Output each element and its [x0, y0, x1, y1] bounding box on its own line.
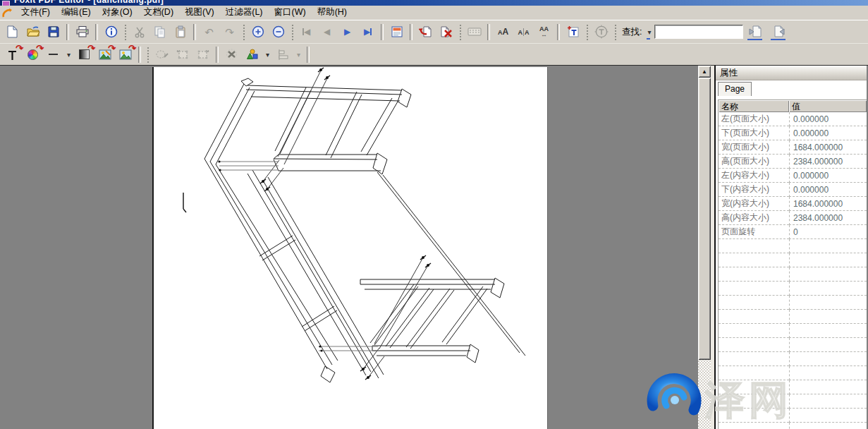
line-style-dropdown[interactable]: ▾	[63, 47, 73, 62]
add-color-object-button[interactable]: ↷	[23, 45, 42, 64]
delete-page-button[interactable]	[436, 23, 456, 41]
menu-document[interactable]: 文档(D)	[138, 5, 179, 20]
zoom-in-button[interactable]	[248, 23, 267, 41]
font-style-button[interactable]: AA	[494, 23, 513, 41]
text-object-icon	[567, 25, 580, 38]
add-text-object-button[interactable]	[563, 23, 582, 41]
delete-page-icon	[439, 25, 453, 38]
accent-bar	[771, 39, 786, 40]
property-value[interactable]: 2384.000000	[789, 211, 867, 225]
new-page-icon	[6, 25, 18, 38]
find-previous-button[interactable]	[744, 23, 766, 41]
table-row[interactable]: 高(页面大小)2384.000000	[719, 155, 867, 169]
line-style-button[interactable]	[44, 45, 63, 64]
empty-value-cell	[789, 394, 867, 409]
toolbar-grip[interactable]	[146, 46, 149, 63]
open-button[interactable]	[23, 23, 42, 41]
print-button[interactable]	[73, 23, 92, 41]
menu-file[interactable]: 文件(F)	[16, 5, 56, 20]
property-value[interactable]: 1684.000000	[789, 140, 867, 155]
last-page-button[interactable]: ▶	[358, 23, 377, 41]
text-cursor-tool-button	[592, 23, 611, 41]
font-spacing-button[interactable]: AA↔	[534, 23, 554, 41]
new-button[interactable]	[3, 23, 22, 41]
table-row[interactable]: 页面旋转0	[719, 225, 867, 239]
add-shading-button[interactable]: ↷	[75, 45, 94, 64]
table-row[interactable]: 下(内容大小)0.000000	[719, 183, 867, 197]
menu-object[interactable]: 对象(O)	[97, 5, 138, 20]
toolbar-grip[interactable]	[613, 23, 617, 40]
empty-value-cell	[789, 423, 867, 429]
save-button[interactable]	[44, 23, 63, 41]
scroll-up-button[interactable]: ▲	[698, 66, 711, 78]
table-row[interactable]: 左(内容大小)0.000000	[719, 169, 867, 183]
property-empty-row	[719, 310, 867, 324]
empty-value-cell	[789, 324, 867, 338]
next-page-button[interactable]: ▶	[338, 23, 357, 41]
toolbar-grip[interactable]	[585, 23, 589, 40]
table-row[interactable]: 宽(内容大小)1684.000000	[719, 197, 867, 211]
last-page-icon: ▶	[364, 28, 370, 36]
shapes-button[interactable]	[243, 45, 262, 64]
find-next-button[interactable]	[767, 23, 789, 41]
menu-window[interactable]: 窗口(W)	[269, 5, 312, 20]
toolbar-grip[interactable]	[291, 23, 294, 40]
table-row[interactable]: 下(页面大小)0.000000	[719, 126, 867, 140]
red-arrow-icon: ↷	[16, 44, 23, 53]
property-value[interactable]: 0.000000	[789, 112, 867, 126]
property-value[interactable]: 0	[789, 225, 867, 239]
toolbar-grip[interactable]	[458, 23, 462, 40]
info-button[interactable]	[102, 23, 121, 41]
find-history-dropdown[interactable]: ▾	[644, 24, 653, 40]
find-input[interactable]	[654, 25, 743, 39]
edit-image-button[interactable]: ↷	[95, 45, 114, 64]
font-spacing-icon: AA↔	[539, 26, 549, 38]
property-value[interactable]: 0.000000	[789, 183, 867, 197]
table-row[interactable]: 高(内容大小)2384.000000	[719, 211, 867, 225]
insert-page-icon	[419, 25, 432, 38]
property-name: 下(内容大小)	[719, 183, 789, 197]
zoom-out-icon	[272, 25, 285, 38]
toolbar-separator	[381, 24, 384, 40]
font-kerning-icon: AA	[518, 28, 530, 36]
property-value[interactable]: 0.000000	[789, 169, 867, 183]
shapes-icon	[246, 49, 259, 61]
zoom-out-button[interactable]	[269, 23, 288, 41]
red-arrow-icon: ↷	[108, 44, 116, 53]
menu-edit[interactable]: 编辑(E)	[56, 5, 97, 20]
document-menu-icon	[1, 7, 13, 18]
menu-help[interactable]: 帮助(H)	[312, 5, 353, 20]
property-value[interactable]: 2384.000000	[789, 155, 867, 169]
insert-page-button[interactable]	[416, 23, 435, 41]
toolbar-grip[interactable]	[242, 23, 245, 40]
shapes-dropdown[interactable]: ▾	[262, 47, 271, 62]
page-properties-button[interactable]	[387, 23, 406, 41]
align-icon	[278, 49, 289, 60]
tab-page[interactable]: Page	[718, 82, 752, 96]
pdf-page[interactable]	[152, 67, 548, 429]
add-image-button[interactable]: ↷	[116, 45, 135, 64]
scrollbar-thumb[interactable]	[698, 78, 711, 360]
first-page-button: ◀	[297, 23, 316, 41]
first-page-icon: ◀	[304, 28, 310, 36]
toolbar-grip[interactable]	[123, 23, 127, 40]
panel-title: 属性	[716, 66, 867, 80]
property-value[interactable]: 0.000000	[789, 126, 867, 140]
add-text-button[interactable]: ↷	[3, 45, 22, 64]
empty-value-cell	[789, 338, 867, 352]
find-label: 查找:	[622, 26, 642, 38]
column-header-name[interactable]: 名称	[719, 100, 789, 112]
column-header-value[interactable]: 值	[789, 100, 867, 112]
font-kerning-button[interactable]: AA	[514, 23, 533, 41]
document-canvas[interactable]	[0, 66, 698, 429]
toolbar-separator	[487, 24, 490, 40]
table-row[interactable]: 左(页面大小)0.000000	[719, 112, 867, 126]
font-style-icon: AA	[498, 28, 508, 36]
menu-view[interactable]: 视图(V)	[179, 5, 220, 20]
keyboard-icon	[467, 27, 482, 37]
empty-name-cell	[719, 267, 789, 282]
table-row[interactable]: 宽(页面大小)1684.000000	[719, 140, 867, 155]
property-empty-row	[719, 267, 867, 282]
property-value[interactable]: 1684.000000	[789, 197, 867, 211]
menu-filter[interactable]: 过滤器(L)	[220, 5, 269, 20]
